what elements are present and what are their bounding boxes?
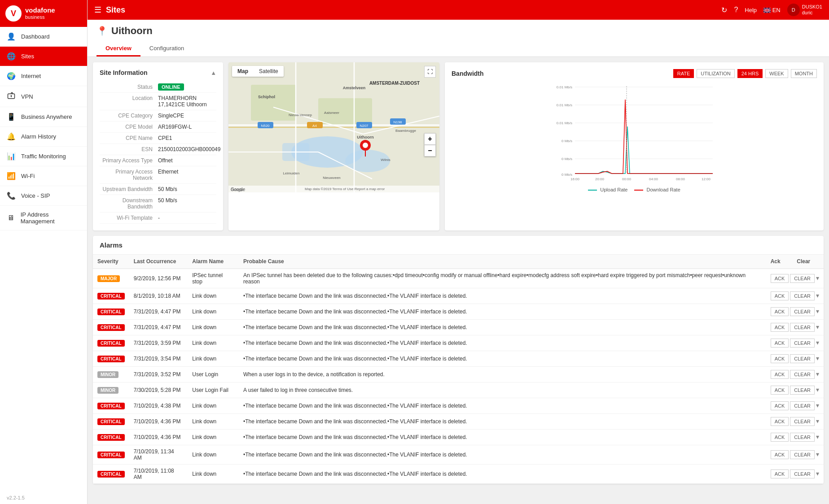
expand-row-button[interactable]: ▾ (816, 470, 819, 477)
svg-text:A4: A4 (312, 124, 317, 128)
map-tab-map[interactable]: Map (232, 66, 254, 77)
sidebar-item-traffic-monitoring[interactable]: 📊 Traffic Monitoring (0, 147, 87, 166)
map-fullscreen-button[interactable]: ⛶ (424, 66, 436, 78)
ack-button[interactable]: ACK (771, 274, 789, 283)
table-row: CRITICAL7/31/2019, 3:59 PMLink down•The … (93, 335, 824, 351)
sidebar-item-sites[interactable]: 🌐 Sites (0, 47, 87, 66)
page-header: 📍 Uithoorn Overview Configuration (88, 20, 829, 57)
sidebar-item-vpn[interactable]: VPN (0, 86, 87, 107)
alarm-occurrence-cell: 7/31/2019, 4:47 PM (129, 304, 188, 320)
tab-overview[interactable]: Overview (96, 41, 140, 56)
clear-button[interactable]: CLEAR (790, 433, 815, 442)
sidebar-item-label: Voice - SIP (21, 192, 50, 199)
map-zoom-in[interactable]: + (424, 133, 436, 145)
ack-button[interactable]: ACK (771, 450, 789, 459)
ack-button[interactable]: ACK (771, 401, 789, 410)
clear-button[interactable]: CLEAR (790, 469, 815, 478)
menu-icon[interactable]: ☰ (94, 5, 101, 15)
th-clear: Clear (792, 255, 824, 269)
help-label: Help (745, 7, 757, 13)
bw-btn-utilization[interactable]: UTILIZATION (697, 69, 734, 78)
ack-button[interactable]: ACK (771, 370, 789, 379)
site-name: Uithoorn (111, 25, 153, 37)
alarm-actions-cell: ACKCLEAR▾ (766, 288, 824, 304)
info-value: 50 Mb/s (158, 186, 216, 192)
svg-text:Map data ©2019  Terms of Use  : Map data ©2019 Terms of Use Report a map… (305, 187, 385, 191)
clear-button[interactable]: CLEAR (790, 291, 815, 300)
ack-button[interactable]: ACK (771, 354, 789, 363)
bw-btn-24hrs[interactable]: 24 HRS (737, 69, 763, 78)
svg-text:Amstelveen: Amstelveen (343, 86, 366, 90)
clear-button[interactable]: CLEAR (790, 370, 815, 379)
sidebar-item-alarm-history[interactable]: 🔔 Alarm History (0, 127, 87, 147)
sidebar-item-business-anywhere[interactable]: 📱 Business Anywhere (0, 107, 87, 127)
clear-button[interactable]: CLEAR (790, 339, 815, 348)
svg-text:20:00: 20:00 (595, 177, 605, 181)
tab-configuration[interactable]: Configuration (140, 41, 193, 56)
brand-sub: business (25, 14, 55, 20)
help-icon[interactable]: ? (734, 6, 738, 14)
sidebar-item-dashboard[interactable]: 👤 Dashboard (0, 27, 87, 47)
alarm-severity-cell: CRITICAL (93, 430, 129, 445)
ack-button[interactable]: ACK (771, 339, 789, 348)
clear-button[interactable]: CLEAR (790, 450, 815, 459)
bw-btn-week[interactable]: WEEK (765, 69, 788, 78)
expand-row-button[interactable]: ▾ (816, 323, 819, 330)
expand-row-button[interactable]: ▾ (816, 433, 819, 440)
expand-row-button[interactable]: ▾ (816, 292, 819, 299)
expand-row-button[interactable]: ▾ (816, 451, 819, 458)
map-zoom-out[interactable]: − (424, 145, 436, 156)
bandwidth-chart: 0.01 Mb/s 0.01 Mb/s 0.01 Mb/s 0 Mb/s 0 M… (452, 82, 817, 185)
vodafone-circle-icon: V (5, 5, 22, 22)
ack-button[interactable]: ACK (771, 307, 789, 316)
bw-btn-rate[interactable]: RATE (673, 69, 694, 78)
svg-text:Baambrugge: Baambrugge (395, 129, 416, 133)
severity-badge: CRITICAL (97, 434, 125, 441)
ack-button[interactable]: ACK (771, 323, 789, 332)
svg-text:0 Mb/s: 0 Mb/s (561, 139, 572, 143)
alarm-cause-cell: •The interface became Down and the link … (239, 465, 766, 484)
ack-button[interactable]: ACK (771, 291, 789, 300)
user-avatar[interactable]: D DUSKO1duric (787, 4, 822, 16)
sidebar-item-label: Wi-Fi (21, 173, 35, 179)
ack-button[interactable]: ACK (771, 386, 789, 395)
refresh-icon[interactable]: ↻ (721, 6, 727, 14)
alarm-occurrence-cell: 7/10/2019, 4:36 PM (129, 414, 188, 430)
sidebar-item-wifi[interactable]: 📶 Wi-Fi (0, 166, 87, 186)
expand-row-button[interactable]: ▾ (816, 308, 819, 315)
ack-button[interactable]: ACK (771, 433, 789, 442)
sidebar-item-label: Internet (21, 73, 41, 79)
language-selector[interactable]: EN (763, 7, 781, 13)
info-row: LocationTHAMERHORN 17,1421CE Uithoorn (100, 93, 216, 110)
clear-button[interactable]: CLEAR (790, 417, 815, 426)
sidebar-item-voice-sip[interactable]: 📞 Voice - SIP (0, 186, 87, 206)
user-name: DUSKO1duric (802, 4, 822, 16)
clear-button[interactable]: CLEAR (790, 354, 815, 363)
alarms-section: Alarms Severity Last Occurrence Alarm Na… (93, 236, 824, 484)
clear-button[interactable]: CLEAR (790, 386, 815, 395)
download-rate-label: Download Rate (647, 187, 680, 192)
alarm-history-icon: 🔔 (7, 132, 16, 141)
expand-row-button[interactable]: ▾ (816, 417, 819, 425)
svg-text:Nieuwveen: Nieuwveen (323, 176, 341, 180)
clear-button[interactable]: CLEAR (790, 307, 815, 316)
expand-row-button[interactable]: ▾ (816, 402, 819, 409)
expand-row-button[interactable]: ▾ (816, 339, 819, 346)
expand-row-button[interactable]: ▾ (816, 355, 819, 362)
collapse-icon[interactable]: ▲ (211, 70, 216, 76)
sidebar-item-ip-address[interactable]: 🖥 IP Address Management (0, 206, 87, 230)
expand-row-button[interactable]: ▾ (816, 274, 819, 282)
sidebar-item-internet[interactable]: 🌍 Internet (0, 66, 87, 86)
alarm-cause-cell: •The interface became Down and the link … (239, 320, 766, 335)
expand-row-button[interactable]: ▾ (816, 370, 819, 378)
expand-row-button[interactable]: ▾ (816, 386, 819, 393)
info-value: SingleCPE (158, 113, 216, 119)
clear-button[interactable]: CLEAR (790, 401, 815, 410)
map-tab-satellite[interactable]: Satellite (254, 66, 284, 77)
clear-button[interactable]: CLEAR (790, 323, 815, 332)
ack-button[interactable]: ACK (771, 469, 789, 478)
bw-btn-month[interactable]: MONTH (791, 69, 817, 78)
alarm-occurrence-cell: 7/31/2019, 3:59 PM (129, 335, 188, 351)
clear-button[interactable]: CLEAR (790, 274, 815, 283)
ack-button[interactable]: ACK (771, 417, 789, 426)
